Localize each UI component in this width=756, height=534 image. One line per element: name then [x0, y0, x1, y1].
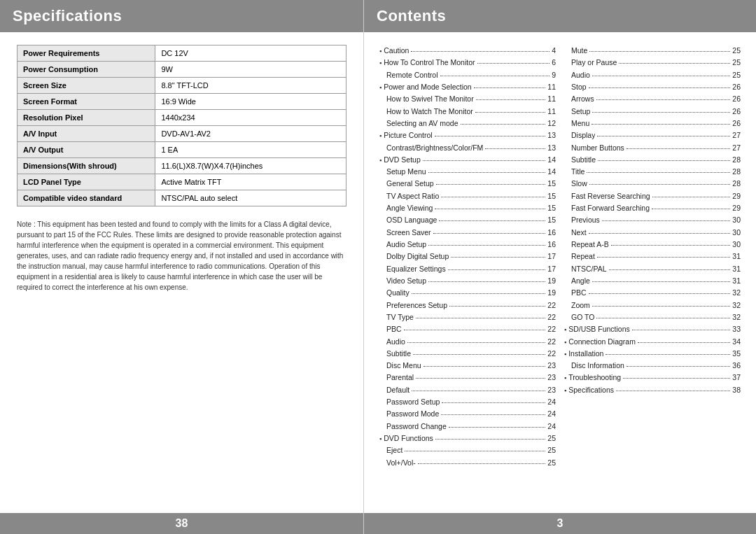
toc-page: 28 [732, 154, 741, 166]
list-item: ▪Caution4 [379, 45, 556, 57]
toc-label: Stop [571, 81, 587, 93]
spec-value: NTSC/PAL auto select [155, 190, 346, 206]
toc-label: How to Watch The Monitor [386, 106, 473, 118]
toc-label: Title [571, 166, 584, 178]
spec-value: DVD-AV1-AV2 [155, 126, 346, 142]
list-item: Password Mode24 [379, 408, 556, 420]
toc-dots [652, 209, 730, 209]
toc-label: Setup [571, 106, 590, 118]
list-item: Password Setup24 [379, 396, 556, 408]
toc-page: 4 [552, 45, 556, 57]
toc-dots [589, 87, 731, 88]
toc-dots [435, 439, 546, 440]
toc-label: Vol+/Vol- [386, 457, 416, 469]
list-item: PBC32 [564, 287, 741, 299]
toc-page: 15 [547, 178, 556, 190]
list-item: Disc Menu23 [379, 360, 556, 372]
list-item: Setup Menu14 [379, 166, 556, 178]
list-item: Preferences Setup22 [379, 300, 556, 311]
toc-page: 25 [547, 444, 556, 456]
list-item: Slow28 [564, 178, 741, 190]
toc-dots [442, 402, 545, 403]
toc-label: Caution [384, 45, 409, 57]
toc-label: Angle [571, 275, 590, 287]
toc-dots [592, 306, 730, 307]
toc-label: Quality [386, 287, 410, 299]
toc-page: 26 [732, 93, 741, 105]
list-item: ▪DVD Setup14 [379, 154, 556, 166]
toc-label: Video Setup [386, 275, 426, 287]
list-item: Play or Pause25 [564, 57, 741, 69]
toc-dots [611, 245, 731, 246]
toc-label: How to Swivel The Monitor [386, 93, 474, 105]
toc-label: Preferences Setup [386, 300, 447, 311]
specs-header: Specifications [0, 0, 363, 32]
toc-page: 31 [732, 251, 741, 262]
list-item: Quality19 [379, 287, 556, 299]
bullet-icon: ▪ [564, 349, 566, 360]
toc-dots [407, 342, 545, 343]
list-item: ▪Specifications38 [564, 384, 741, 396]
toc-page: 24 [547, 408, 556, 420]
contents-col1: ▪Caution4▪How To Control The Monitor6Rem… [375, 45, 560, 513]
toc-label: Subtitle [571, 154, 596, 166]
toc-page: 26 [732, 81, 741, 93]
toc-dots [451, 257, 545, 258]
toc-page: 25 [732, 45, 741, 57]
list-item: Equalizer Settings17 [379, 263, 556, 275]
list-item: Fast Reverse Searching29 [564, 190, 741, 202]
toc-label: Dolby Digital Setup [386, 251, 449, 262]
toc-page: 11 [547, 81, 556, 93]
bullet-icon: ▪ [379, 46, 382, 57]
list-item: ▪Troubleshooting37 [564, 372, 741, 384]
toc-label: Arrows [571, 93, 594, 105]
toc-label: Selecting an AV mode [386, 118, 458, 129]
toc-dots [598, 160, 730, 161]
list-item: Subtitle28 [564, 154, 741, 166]
toc-label: Display [571, 129, 595, 141]
toc-dots [589, 184, 731, 185]
spec-value: 1 EA [155, 142, 346, 158]
toc-label: Connection Diagram [568, 336, 636, 348]
toc-page: 28 [732, 166, 741, 178]
bullet-icon: ▪ [379, 155, 382, 166]
toc-page: 25 [547, 433, 556, 444]
spec-label: A/V Input [18, 126, 155, 142]
toc-label: Subtitle [386, 348, 411, 360]
spec-value: DC 12V [155, 45, 346, 62]
spec-label: Power Consumption [18, 62, 155, 78]
toc-dots [596, 99, 731, 100]
toc-label: Troubleshooting [568, 372, 621, 384]
toc-dots [626, 366, 730, 367]
spec-label: Dimensions(With shroud) [18, 158, 155, 174]
toc-page: 13 [547, 142, 556, 154]
toc-dots [619, 63, 730, 64]
toc-label: GO TO [571, 311, 594, 323]
toc-label: Password Setup [386, 396, 440, 408]
toc-page: 17 [547, 263, 556, 275]
toc-dots [428, 281, 545, 282]
table-row: Power RequirementsDC 12V [18, 45, 346, 62]
toc-page: 30 [732, 227, 741, 239]
list-item: Mute25 [564, 45, 741, 57]
toc-page: 38 [732, 384, 741, 396]
toc-label: Password Mode [386, 408, 439, 420]
toc-dots [448, 269, 546, 270]
spec-label: A/V Output [18, 142, 155, 158]
toc-dots [597, 136, 730, 136]
spec-value: 9W [155, 62, 346, 78]
toc-page: 31 [732, 275, 741, 287]
toc-dots [413, 354, 545, 355]
toc-label: Previous [571, 214, 600, 226]
toc-dots [609, 269, 731, 270]
toc-dots [592, 124, 730, 125]
list-item: Angle31 [564, 275, 741, 287]
table-row: Compatible video standardNTSC/PAL auto s… [18, 190, 346, 206]
list-item: Audio Setup16 [379, 239, 556, 251]
contents-col2: Mute25Play or Pause25Audio25Stop26Arrows… [560, 45, 745, 513]
toc-page: 32 [732, 311, 741, 323]
list-item: ▪How To Control The Monitor6 [379, 57, 556, 69]
toc-dots [423, 160, 546, 161]
list-item: ▪Picture Control13 [379, 129, 556, 141]
toc-dots [449, 427, 546, 428]
